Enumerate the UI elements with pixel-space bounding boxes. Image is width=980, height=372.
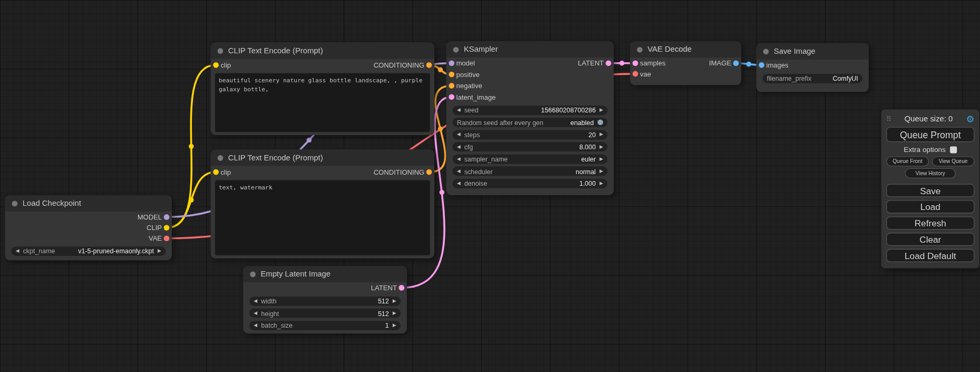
input-dot-vae[interactable] [633, 71, 638, 77]
decrement-icon[interactable]: ◀ [457, 157, 461, 161]
widget-name: cfg [464, 143, 473, 150]
increment-icon[interactable]: ▶ [599, 157, 603, 161]
increment-icon[interactable]: ▶ [599, 181, 603, 186]
decrement-icon[interactable]: ◀ [457, 181, 461, 186]
node-title-bar[interactable]: KSampler [447, 41, 614, 58]
decrement-icon[interactable]: ◀ [254, 323, 257, 328]
node-title: Empty Latent Image [260, 270, 331, 279]
node-title-bar[interactable]: CLIP Text Encode (Prompt) [211, 43, 434, 59]
widget-steps[interactable]: ◀ steps 20 ▶ [452, 130, 607, 139]
input-dot-latent-image[interactable] [449, 94, 454, 100]
output-dot-latent[interactable] [606, 60, 612, 66]
decrement-icon[interactable]: ◀ [457, 169, 461, 174]
output-label-model: MODEL [138, 213, 162, 221]
widget-value: enabled [570, 119, 594, 126]
load-default-button[interactable]: Load Default [886, 249, 974, 262]
widget-filename-prefix[interactable]: filename_prefix ComfyUI [762, 73, 862, 83]
node-save-image[interactable]: Save Image images filename_prefix ComfyU… [756, 43, 869, 92]
increment-icon[interactable]: ▶ [599, 132, 603, 137]
clear-button[interactable]: Clear [886, 233, 974, 246]
widget-seed[interactable]: ◀ seed 156680208700286 ▶ [452, 106, 607, 115]
node-ksampler[interactable]: KSampler model LATENT positive negative … [447, 41, 614, 195]
output-label-latent: LATENT [578, 60, 604, 67]
output-dot-model[interactable] [164, 214, 170, 220]
node-title-bar[interactable]: Empty Latent Image [243, 266, 407, 282]
decrement-icon[interactable]: ◀ [457, 132, 461, 137]
widget-name: denoise [464, 179, 488, 187]
increment-icon[interactable]: ▶ [393, 311, 396, 316]
widget-random-seed-toggle[interactable]: Random seed after every gen enabled [452, 118, 607, 127]
input-dot-images[interactable] [759, 62, 764, 68]
node-collapse-icon[interactable] [637, 46, 643, 52]
node-load-checkpoint[interactable]: Load Checkpoint MODEL CLIP VAE ◀ ckpt_na… [5, 195, 172, 260]
widget-value: 512 [378, 297, 389, 304]
widget-scheduler[interactable]: ◀ scheduler normal ▶ [452, 166, 607, 176]
save-button[interactable]: Save [886, 184, 974, 197]
input-dot-positive[interactable] [449, 72, 454, 78]
graph-canvas[interactable]: Load Checkpoint MODEL CLIP VAE ◀ ckpt_na… [0, 0, 980, 372]
widget-batch-size[interactable]: ◀ batch_size 1 ▶ [249, 321, 401, 330]
node-collapse-icon[interactable] [218, 155, 224, 160]
node-title-bar[interactable]: Save Image [756, 43, 869, 60]
input-dot-samples[interactable] [633, 60, 638, 66]
output-dot-vae[interactable] [164, 235, 170, 241]
increment-icon[interactable]: ▶ [599, 169, 603, 174]
output-dot-conditioning[interactable] [426, 62, 432, 68]
node-empty-latent-image[interactable]: Empty Latent Image LATENT ◀ width 512 ▶ … [243, 266, 407, 333]
load-button[interactable]: Load [886, 200, 974, 213]
widget-name: width [261, 297, 276, 304]
extra-options-checkbox[interactable] [950, 146, 957, 153]
increment-icon[interactable]: ▶ [599, 108, 603, 112]
node-clip-text-encode-negative[interactable]: CLIP Text Encode (Prompt) clip CONDITION… [211, 149, 434, 258]
node-title-bar[interactable]: Load Checkpoint [5, 195, 172, 212]
decrement-icon[interactable]: ◀ [16, 249, 20, 253]
drag-handle-icon[interactable]: ⠿ [886, 115, 891, 123]
node-vae-decode[interactable]: VAE Decode samples IMAGE vae [630, 41, 741, 85]
increment-icon[interactable]: ▶ [158, 249, 161, 253]
positive-prompt-textarea[interactable]: beautiful scenery nature glass bottle la… [215, 73, 430, 132]
widget-height[interactable]: ◀ height 512 ▶ [249, 309, 401, 318]
input-label-vae: vae [640, 70, 651, 77]
widget-name: Random seed after every gen [457, 119, 544, 126]
node-collapse-icon[interactable] [250, 271, 256, 277]
output-dot-image[interactable] [733, 60, 739, 66]
node-title-bar[interactable]: CLIP Text Encode (Prompt) [211, 149, 434, 166]
toggle-indicator-icon[interactable] [597, 119, 603, 125]
queue-front-button[interactable]: Queue Front [886, 156, 929, 166]
decrement-icon[interactable]: ◀ [254, 311, 257, 316]
node-collapse-icon[interactable] [763, 49, 769, 54]
increment-icon[interactable]: ▶ [599, 145, 603, 149]
decrement-icon[interactable]: ◀ [457, 108, 461, 112]
output-dot-latent[interactable] [399, 285, 404, 291]
widget-denoise[interactable]: ◀ denoise 1.000 ▶ [452, 178, 607, 188]
input-dot-clip[interactable] [213, 169, 219, 175]
refresh-button[interactable]: Refresh [886, 216, 974, 230]
input-dot-model[interactable] [449, 60, 454, 66]
increment-icon[interactable]: ▶ [393, 299, 396, 303]
link-dot-latent-1 [439, 190, 444, 195]
output-dot-clip[interactable] [164, 225, 170, 231]
node-collapse-icon[interactable] [12, 201, 18, 206]
node-collapse-icon[interactable] [453, 46, 459, 52]
decrement-icon[interactable]: ◀ [254, 299, 257, 303]
widget-cfg[interactable]: ◀ cfg 8.000 ▶ [452, 142, 607, 151]
increment-icon[interactable]: ▶ [393, 323, 396, 328]
view-queue-button[interactable]: View Queue [932, 156, 975, 166]
node-clip-text-encode-positive[interactable]: CLIP Text Encode (Prompt) clip CONDITION… [211, 43, 434, 135]
node-collapse-icon[interactable] [218, 48, 224, 54]
view-history-button[interactable]: View History [905, 168, 956, 178]
negative-prompt-textarea[interactable]: text, watermark [215, 180, 430, 255]
widget-width[interactable]: ◀ width 512 ▶ [249, 296, 401, 306]
slot-row: model LATENT [447, 58, 614, 69]
output-label-clip: CLIP [147, 224, 162, 231]
settings-gear-icon[interactable]: ⚙ [966, 114, 974, 123]
widget-ckpt-name[interactable]: ◀ ckpt_name v1-5-pruned-emaonly.ckpt ▶ [11, 246, 166, 256]
decrement-icon[interactable]: ◀ [457, 145, 461, 149]
input-label-clip: clip [221, 168, 231, 176]
queue-prompt-button[interactable]: Queue Prompt [886, 127, 974, 142]
node-title-bar[interactable]: VAE Decode [630, 41, 741, 58]
widget-sampler-name[interactable]: ◀ sampler_name euler ▶ [452, 154, 607, 164]
output-dot-conditioning[interactable] [426, 169, 432, 175]
input-dot-clip[interactable] [213, 62, 219, 68]
input-dot-negative[interactable] [449, 83, 454, 89]
